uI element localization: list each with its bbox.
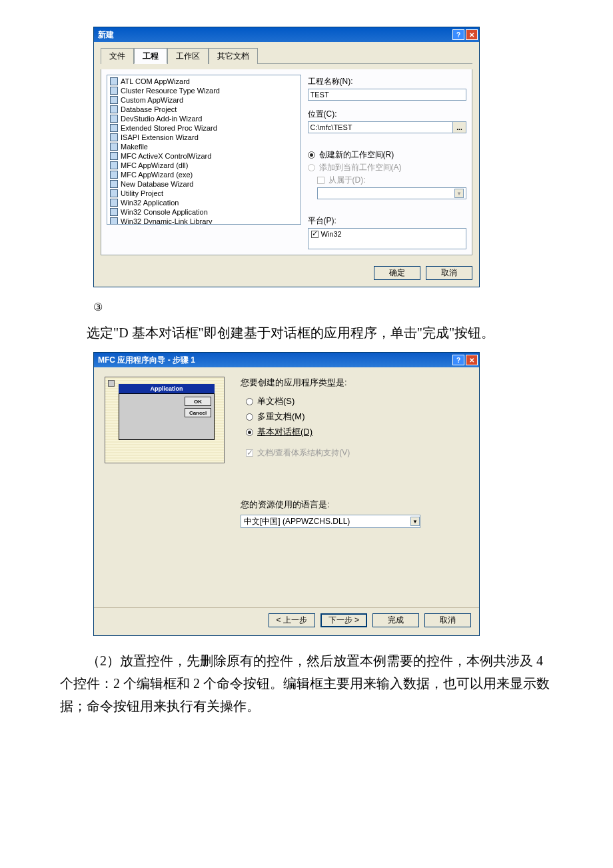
wizard-preview: Application OK Cancel (105, 377, 225, 463)
preview-ok-button: OK (185, 397, 211, 406)
project-icon (110, 208, 118, 216)
project-icon (110, 189, 118, 197)
platform-list[interactable]: Win32 (308, 228, 466, 249)
next-button[interactable]: 下一步 > (320, 613, 367, 627)
project-icon (110, 87, 118, 95)
ok-button[interactable]: 确定 (374, 266, 420, 280)
new-project-dialog: 新建 ? ✕ 文件 工程 工作区 其它文档 ATL COM AppWizard … (93, 27, 480, 287)
list-item[interactable]: Database Project (109, 105, 299, 114)
create-new-workspace-radio[interactable]: 创建新的工作空间(R) (308, 149, 466, 161)
body-paragraph: （2）放置控件，先删除原有的控件，然后放置本例需要的控件，本例共涉及 4 个控件… (60, 649, 553, 717)
titlebar[interactable]: MFC 应用程序向导 - 步骤 1 ? ✕ (94, 353, 479, 367)
radio-icon (308, 151, 315, 159)
project-type-list[interactable]: ATL COM AppWizard Cluster Resource Type … (107, 75, 301, 225)
project-icon (110, 124, 118, 132)
help-button[interactable]: ? (452, 355, 464, 365)
preview-titlebar: Application (119, 384, 215, 393)
project-icon (110, 115, 118, 123)
close-button[interactable]: ✕ (466, 355, 478, 365)
platform-item[interactable]: Win32 (311, 230, 463, 238)
radio-icon (308, 164, 315, 171)
project-icon (110, 105, 118, 113)
mfc-wizard-dialog: MFC 应用程序向导 - 步骤 1 ? ✕ Application OK Can… (93, 352, 480, 636)
location-label: 位置(C): (308, 109, 466, 120)
project-icon (110, 133, 118, 141)
preview-cancel-button: Cancel (185, 408, 211, 417)
tab-otherdocs[interactable]: 其它文档 (209, 48, 258, 64)
project-name-input[interactable] (308, 89, 466, 101)
list-item[interactable]: Win32 Console Application (109, 207, 299, 217)
tab-bar: 文件 工程 工作区 其它文档 (101, 47, 472, 64)
titlebar[interactable]: 新建 ? ✕ (94, 27, 479, 42)
project-icon (110, 171, 118, 179)
close-button[interactable]: ✕ (466, 29, 478, 40)
browse-button[interactable]: ... (453, 121, 466, 133)
tab-project[interactable]: 工程 (134, 48, 167, 64)
dependency-checkbox: 从属于(D): (317, 175, 466, 186)
list-item[interactable]: Utility Project (109, 189, 299, 198)
app-type-question: 您要创建的应用程序类型是: (241, 377, 468, 389)
project-icon (110, 152, 118, 160)
dialog-title: MFC 应用程序向导 - 步骤 1 (98, 355, 195, 366)
project-icon (110, 199, 118, 207)
list-item[interactable]: MFC AppWizard (dll) (109, 161, 299, 170)
help-button[interactable]: ? (452, 29, 464, 40)
preview-sys-icon (108, 380, 115, 387)
project-icon (110, 217, 118, 225)
project-icon (110, 96, 118, 104)
finish-button[interactable]: 完成 (372, 613, 419, 627)
body-paragraph: 选定"D 基本对话框"即创建基于对话框的应用程序，单击"完成"按钮。 (60, 321, 553, 344)
list-item[interactable]: Win32 Application (109, 198, 299, 207)
language-question: 您的资源使用的语言是: (241, 499, 468, 511)
project-icon (110, 77, 118, 85)
list-item[interactable]: Custom AppWizard (109, 95, 299, 105)
cancel-button[interactable]: 取消 (426, 266, 472, 280)
radio-icon (246, 413, 253, 421)
checkbox-icon (317, 177, 324, 184)
list-item[interactable]: Win32 Dynamic-Link Library (109, 217, 299, 225)
project-icon (110, 180, 118, 188)
step-marker: ③ (93, 301, 553, 313)
cancel-button[interactable]: 取消 (424, 613, 471, 627)
list-item[interactable]: Extended Stored Proc Wizard (109, 123, 299, 133)
list-item[interactable]: Cluster Resource Type Wizard (109, 86, 299, 95)
dependency-select: ▼ (317, 187, 466, 199)
project-icon (110, 161, 118, 169)
chevron-down-icon: ▼ (454, 189, 464, 198)
preview-dialog: OK Cancel (119, 393, 215, 440)
list-item[interactable]: ISAPI Extension Wizard (109, 133, 299, 142)
tab-workspace[interactable]: 工作区 (167, 48, 209, 64)
single-doc-radio[interactable]: 单文档(S) (246, 395, 468, 407)
language-select[interactable]: 中文[中国] (APPWZCHS.DLL) ▼ (241, 515, 420, 528)
project-icon (110, 143, 118, 151)
list-item[interactable]: Makefile (109, 142, 299, 151)
dialog-title: 新建 (98, 29, 114, 41)
docview-checkbox: ✓ 文档/查看体系结构支持(V) (246, 447, 468, 459)
tab-file[interactable]: 文件 (101, 48, 134, 64)
list-item[interactable]: MFC AppWizard (exe) (109, 170, 299, 179)
chevron-down-icon[interactable]: ▼ (410, 517, 420, 526)
checkbox-icon: ✓ (246, 449, 253, 457)
radio-icon (246, 398, 253, 405)
prev-button[interactable]: < 上一步 (269, 613, 315, 627)
dialog-based-radio[interactable]: 基本对话框(D) (246, 426, 468, 438)
radio-icon (246, 429, 253, 436)
multi-doc-radio[interactable]: 多重文档(M) (246, 411, 468, 423)
location-input[interactable] (308, 121, 453, 133)
project-name-label: 工程名称(N): (308, 76, 466, 87)
add-to-workspace-radio: 添加到当前工作空间(A) (308, 162, 466, 173)
list-item[interactable]: ATL COM AppWizard (109, 77, 299, 86)
list-item[interactable]: MFC ActiveX ControlWizard (109, 151, 299, 161)
list-item[interactable]: DevStudio Add-in Wizard (109, 114, 299, 123)
checkbox-checked-icon (311, 231, 318, 238)
list-item[interactable]: New Database Wizard (109, 179, 299, 189)
platform-label: 平台(P): (308, 215, 466, 227)
